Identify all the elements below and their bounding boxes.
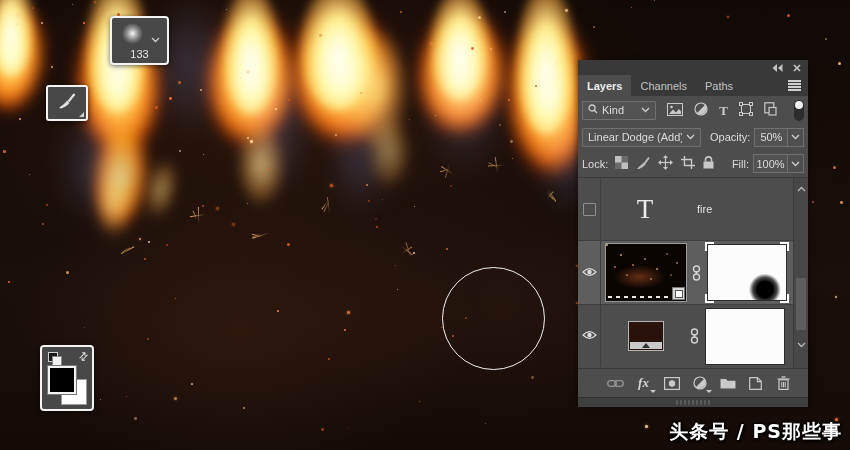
flame-wisp bbox=[238, 125, 284, 205]
spark-dot bbox=[174, 397, 177, 400]
scroll-up-icon[interactable] bbox=[797, 182, 806, 194]
fill-dropdown-icon[interactable] bbox=[788, 154, 804, 173]
spark-dot bbox=[46, 204, 48, 206]
spark-dot bbox=[446, 248, 448, 250]
layer-style-button[interactable]: fx bbox=[634, 374, 653, 393]
layer-mask-thumbnail[interactable] bbox=[703, 306, 787, 367]
panel-menu-icon[interactable] bbox=[788, 80, 801, 92]
swap-colors-icon[interactable] bbox=[76, 349, 92, 365]
link-layers-icon[interactable] bbox=[606, 374, 625, 393]
visibility-toggle[interactable] bbox=[578, 241, 601, 304]
spark-dot bbox=[478, 16, 481, 19]
tab-paths[interactable]: Paths bbox=[696, 75, 742, 96]
spark-dot bbox=[409, 119, 410, 120]
layer-name[interactable]: fire bbox=[697, 203, 712, 215]
flame-core bbox=[0, 0, 34, 76]
delete-layer-icon[interactable] bbox=[774, 374, 793, 393]
foreground-color-swatch[interactable] bbox=[48, 366, 76, 394]
spark-dot bbox=[247, 137, 249, 139]
spark-streak bbox=[190, 214, 206, 217]
filter-smart-objects-icon[interactable] bbox=[764, 102, 777, 118]
spark-dot bbox=[241, 77, 242, 78]
visibility-toggle[interactable] bbox=[578, 305, 601, 367]
spark-dot bbox=[147, 338, 149, 340]
panel-resize-grip[interactable] bbox=[578, 397, 808, 407]
opacity-dropdown-icon[interactable] bbox=[788, 128, 804, 147]
lock-position-icon[interactable] bbox=[658, 155, 673, 172]
spark-streak bbox=[495, 157, 499, 174]
spark-dot bbox=[268, 168, 270, 170]
spark-dot bbox=[840, 201, 843, 204]
tab-channels[interactable]: Channels bbox=[631, 75, 695, 96]
smoke-wisp bbox=[240, 50, 310, 190]
spark-dot bbox=[191, 383, 193, 385]
hidden-layer-checkbox-icon[interactable] bbox=[583, 203, 596, 216]
opacity-value[interactable]: 50% bbox=[754, 128, 788, 147]
smart-object-badge-icon bbox=[672, 287, 685, 300]
chevron-down-icon[interactable] bbox=[151, 29, 160, 47]
brush-preset-picker[interactable]: 133 bbox=[110, 16, 169, 65]
layer-row-smart-object[interactable] bbox=[578, 241, 808, 305]
adjustment-layer-thumbnail[interactable] bbox=[628, 321, 664, 351]
new-group-icon[interactable] bbox=[718, 374, 737, 393]
fill-value[interactable]: 100% bbox=[753, 154, 788, 173]
lock-artboard-icon[interactable] bbox=[681, 156, 695, 171]
layer-thumbnail[interactable] bbox=[605, 243, 687, 302]
brush-cursor[interactable] bbox=[442, 267, 545, 370]
smoke-wisp bbox=[60, 110, 130, 220]
spark-dot bbox=[178, 81, 181, 84]
spark-dot bbox=[8, 281, 10, 283]
eye-icon[interactable] bbox=[582, 330, 597, 342]
filter-shape-layers-icon[interactable] bbox=[739, 102, 753, 118]
spark-streak bbox=[445, 163, 450, 178]
layer-row-adjustment[interactable] bbox=[578, 305, 808, 367]
spark-dot bbox=[330, 184, 333, 187]
layer-row-text[interactable]: T fire bbox=[578, 178, 808, 241]
tool-flyout-corner bbox=[79, 112, 84, 117]
blend-mode-select[interactable]: Linear Dodge (Add) bbox=[582, 128, 701, 147]
close-panel-icon[interactable] bbox=[793, 62, 801, 74]
visibility-toggle[interactable] bbox=[578, 178, 601, 240]
spark-dot bbox=[175, 298, 176, 299]
eye-icon[interactable] bbox=[582, 267, 597, 279]
new-layer-icon[interactable] bbox=[746, 374, 765, 393]
spark-dot bbox=[397, 289, 398, 290]
spark-dot bbox=[66, 271, 69, 274]
filter-type-layers-icon[interactable]: T bbox=[719, 104, 728, 117]
spark-dot bbox=[645, 425, 648, 428]
layers-scrollbar[interactable] bbox=[793, 178, 808, 368]
filter-toggle-switch[interactable] bbox=[794, 100, 804, 121]
spark-dot bbox=[347, 37, 348, 38]
lock-pixels-icon[interactable] bbox=[636, 156, 650, 172]
scroll-down-icon[interactable] bbox=[797, 338, 806, 350]
spark-dot bbox=[83, 22, 85, 24]
spark-dot bbox=[727, 16, 729, 18]
tab-layers[interactable]: Layers bbox=[578, 75, 631, 96]
spark-dot bbox=[3, 150, 6, 153]
filter-adjustment-layers-icon[interactable] bbox=[694, 102, 708, 118]
spark-streak bbox=[252, 234, 263, 237]
spark-dot bbox=[556, 62, 557, 63]
mask-link-icon[interactable] bbox=[685, 328, 703, 344]
lock-transparency-icon[interactable] bbox=[615, 156, 628, 171]
spark-dot bbox=[134, 417, 137, 420]
filter-pixel-layers-icon[interactable] bbox=[667, 103, 683, 118]
default-colors-icon[interactable] bbox=[48, 352, 62, 366]
text-layer-thumbnail[interactable]: T bbox=[605, 194, 685, 225]
add-layer-mask-icon[interactable] bbox=[662, 374, 681, 393]
spark-dot bbox=[414, 206, 415, 207]
scrollbar-thumb[interactable] bbox=[796, 278, 806, 330]
new-adjustment-layer-icon[interactable] bbox=[690, 374, 709, 393]
mask-link-icon[interactable] bbox=[687, 265, 705, 281]
spark-dot bbox=[835, 296, 837, 298]
spark-dot bbox=[250, 140, 253, 143]
spark-dot bbox=[19, 118, 21, 120]
lock-all-icon[interactable] bbox=[703, 156, 714, 171]
flame-wisp bbox=[346, 30, 408, 148]
blend-mode-row: Linear Dodge (Add) Opacity: 50% bbox=[578, 124, 808, 150]
brush-tool-button[interactable] bbox=[46, 85, 88, 121]
layer-mask-thumbnail[interactable] bbox=[705, 242, 789, 303]
filter-kind-select[interactable]: Kind bbox=[582, 101, 656, 120]
collapse-panel-icon[interactable] bbox=[772, 62, 783, 74]
spark-dot bbox=[226, 9, 227, 10]
